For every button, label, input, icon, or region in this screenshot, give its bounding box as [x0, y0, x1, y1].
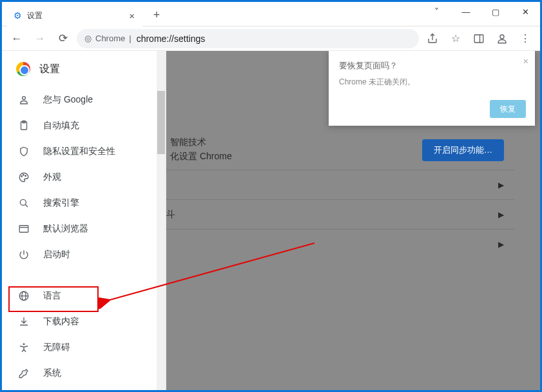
sidebar-item-privacy[interactable]: 隐私设置和安全性 — [2, 139, 166, 164]
palette-icon — [17, 172, 30, 183]
profile-icon[interactable] — [492, 29, 512, 48]
sidebar-item-you-and-google[interactable]: 您与 Google — [2, 87, 166, 113]
sidebar-title: 设置 — [39, 63, 60, 76]
content: 设置 您与 Google 自动填充 隐私设置和安全性 外观 搜索引擎 — [2, 51, 540, 390]
svg-point-2 — [500, 35, 504, 39]
sidebar-item-downloads[interactable]: 下载内容 — [2, 309, 166, 335]
svg-rect-11 — [19, 226, 28, 233]
maximize-button[interactable]: ▢ — [481, 2, 510, 21]
chevron-right-icon: ▶ — [498, 181, 504, 190]
share-icon[interactable] — [423, 29, 442, 48]
secure-label: Chrome — [95, 34, 125, 43]
sync-button[interactable]: 开启同步功能… — [422, 139, 504, 161]
panel-icon[interactable] — [469, 29, 489, 48]
svg-point-3 — [23, 97, 26, 100]
tab-title: 设置 — [27, 10, 43, 21]
toast-close-icon[interactable]: × — [523, 56, 528, 66]
settings-row[interactable]: 斗▶ — [166, 199, 514, 229]
svg-point-7 — [23, 175, 24, 176]
sidebar-item-startup[interactable]: 启动时 — [2, 242, 166, 268]
svg-point-9 — [20, 199, 26, 205]
sidebar-item-system[interactable]: 系统 — [2, 360, 166, 386]
sidebar-item-label: 默认浏览器 — [43, 223, 88, 235]
accessibility-icon — [17, 342, 30, 353]
clipboard-icon — [17, 120, 30, 132]
back-button[interactable]: ← — [7, 29, 26, 48]
forward-button[interactable]: → — [30, 29, 50, 48]
row-label: 斗 — [166, 209, 175, 220]
chrome-logo-icon — [16, 62, 30, 76]
svg-rect-0 — [474, 35, 483, 43]
wrench-icon — [17, 368, 30, 379]
sidebar-item-label: 隐私设置和安全性 — [43, 146, 115, 157]
sidebar-item-label: 外观 — [43, 172, 61, 183]
reload-button[interactable]: ⟳ — [53, 29, 73, 48]
sidebar-item-label: 无障碍 — [43, 342, 70, 353]
new-tab-button[interactable]: + — [148, 6, 166, 24]
chrome-badge-icon: ◎ — [84, 34, 92, 43]
window: ⚙ 设置 × + ˅ — ▢ ✕ ← → ⟳ ◎ Chrome | chrome… — [2, 2, 540, 390]
caret-down-icon[interactable]: ˅ — [421, 2, 451, 21]
divider: | — [129, 34, 131, 43]
svg-point-16 — [23, 343, 25, 345]
chevron-right-icon: ▶ — [498, 240, 504, 249]
scrollbar-thumb[interactable] — [157, 91, 165, 154]
person-icon — [17, 94, 30, 106]
sidebar-item-accessibility[interactable]: 无障碍 — [2, 335, 166, 360]
restore-button[interactable]: 恢复 — [490, 100, 526, 118]
sidebar-item-default-browser[interactable]: 默认浏览器 — [2, 216, 166, 242]
titlebar: ⚙ 设置 × + ˅ — ▢ ✕ — [2, 2, 540, 26]
browser-icon — [17, 223, 30, 235]
shield-icon — [17, 146, 30, 157]
minimize-button[interactable]: — — [451, 2, 481, 21]
svg-point-6 — [21, 176, 23, 177]
sidebar-item-label: 您与 Google — [43, 94, 93, 106]
gear-icon: ⚙ — [14, 10, 22, 21]
main-panel: 智能技术 化设置 Chrome 开启同步功能… ▶ 斗▶ ▶ × 要恢复页面吗？… — [166, 51, 540, 390]
url-text: chrome://settings — [137, 34, 206, 44]
sync-row: 开启同步功能… — [166, 131, 514, 170]
chevron-right-icon: ▶ — [498, 210, 504, 219]
sidebar-item-languages[interactable]: 语言 — [2, 283, 166, 309]
sidebar-item-appearance[interactable]: 外观 — [2, 164, 166, 190]
window-controls: ˅ — ▢ ✕ — [421, 2, 540, 21]
sidebar-item-label: 下载内容 — [43, 316, 79, 328]
sidebar-item-label: 系统 — [43, 368, 61, 379]
menu-icon[interactable]: ⋮ — [516, 29, 535, 48]
tab-close-icon[interactable]: × — [128, 9, 136, 23]
power-icon — [17, 249, 30, 260]
toast-line1: 要恢复页面吗？ — [339, 60, 525, 72]
scrollbar-track[interactable] — [157, 51, 166, 390]
download-icon — [17, 316, 30, 328]
close-button[interactable]: ✕ — [510, 2, 540, 21]
browser-tab[interactable]: ⚙ 设置 × — [7, 5, 142, 26]
sidebar: 设置 您与 Google 自动填充 隐私设置和安全性 外观 搜索引擎 — [2, 51, 166, 390]
sidebar-item-search[interactable]: 搜索引擎 — [2, 190, 166, 216]
toolbar: ← → ⟳ ◎ Chrome | chrome://settings ☆ ⋮ — [2, 26, 540, 51]
sidebar-item-label: 自动填充 — [43, 120, 79, 132]
bookmark-icon[interactable]: ☆ — [446, 29, 465, 48]
omnibox[interactable]: ◎ Chrome | chrome://settings — [77, 29, 419, 48]
settings-row[interactable]: ▶ — [166, 170, 514, 199]
sidebar-item-label: 搜索引擎 — [43, 197, 79, 209]
sidebar-item-label: 语言 — [43, 290, 61, 302]
search-icon — [17, 197, 30, 209]
sidebar-header: 设置 — [2, 51, 166, 87]
globe-icon — [17, 290, 30, 302]
svg-line-10 — [25, 204, 28, 207]
restore-toast: × 要恢复页面吗？ Chrome 未正确关闭。 恢复 — [329, 51, 535, 126]
settings-row[interactable]: ▶ — [166, 229, 514, 259]
svg-point-8 — [25, 175, 26, 177]
sidebar-item-label: 启动时 — [43, 249, 70, 260]
sidebar-item-autofill[interactable]: 自动填充 — [2, 113, 166, 139]
toast-line2: Chrome 未正确关闭。 — [339, 77, 525, 88]
